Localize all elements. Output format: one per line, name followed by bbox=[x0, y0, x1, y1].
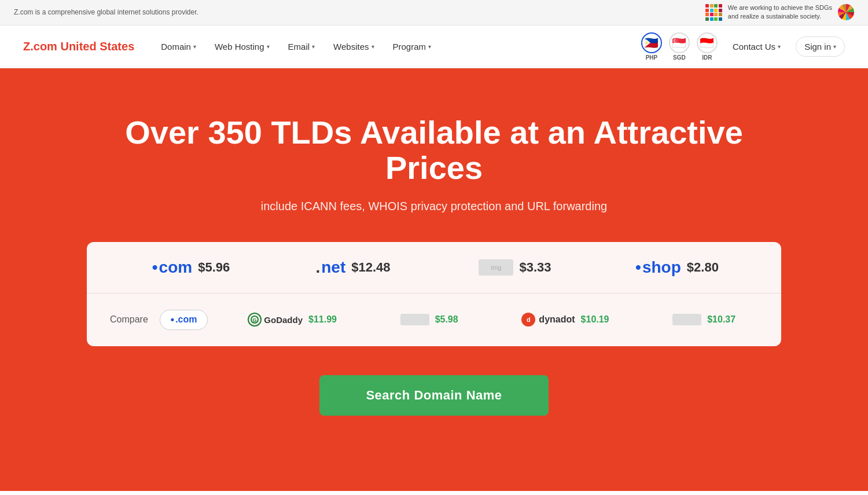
xyz-logo-text: img bbox=[491, 264, 502, 271]
compare-label: Compare bbox=[110, 314, 148, 325]
flag-ph-icon: 🇵🇭 bbox=[641, 32, 662, 53]
logo-text: Z.com United States bbox=[23, 40, 134, 53]
hero-subtitle: include ICANN fees, WHOIS privacy protec… bbox=[261, 200, 607, 213]
sdg-logo-icon bbox=[838, 4, 854, 20]
signin-label: Sign in bbox=[804, 42, 831, 52]
tld-net-item: . net $12.48 bbox=[272, 258, 434, 277]
sdg-text: We are working to achieve the SDGsand re… bbox=[728, 3, 832, 21]
flag-sgd-label: SGD bbox=[673, 54, 686, 61]
nav-email[interactable]: Email ▾ bbox=[280, 37, 323, 56]
nav-websites-label: Websites bbox=[333, 42, 369, 52]
dynadot-name: dynadot bbox=[539, 314, 575, 325]
tld-shop-item: • shop $2.80 bbox=[596, 258, 758, 277]
net-logo: . net bbox=[315, 258, 345, 277]
navbar: Z.com United States Domain ▾ Web Hosting… bbox=[0, 25, 868, 68]
shop-price: $2.80 bbox=[687, 260, 719, 275]
dynadot-price: $10.19 bbox=[581, 314, 609, 325]
flag-sg-icon: 🇸🇬 bbox=[669, 32, 690, 53]
tld-pricing-row: • com $5.96 . net $12.48 img $3.33 bbox=[87, 242, 781, 294]
tld-xyz-item: img $3.33 bbox=[434, 259, 596, 276]
sdg-grid-icon bbox=[705, 4, 722, 21]
flag-idr[interactable]: 🇮🇩 IDR bbox=[697, 32, 718, 61]
contact-us-label: Contact Us bbox=[733, 42, 775, 52]
nav-domain[interactable]: Domain ▾ bbox=[153, 37, 204, 56]
nav-program-chevron: ▾ bbox=[428, 43, 431, 50]
net-price: $12.48 bbox=[351, 260, 390, 275]
shop-logo: • shop bbox=[635, 258, 681, 277]
namecheap-price: $5.98 bbox=[435, 314, 458, 325]
provider-namecheap: $5.98 bbox=[400, 314, 458, 325]
nav-email-label: Email bbox=[288, 42, 310, 52]
com-price: $5.96 bbox=[198, 260, 230, 275]
nav-links: Domain ▾ Web Hosting ▾ Email ▾ Websites … bbox=[153, 37, 641, 56]
shop-dot: • bbox=[635, 258, 641, 277]
dynadot-logo: d dynadot bbox=[521, 313, 575, 327]
xyz-price: $3.33 bbox=[519, 260, 551, 275]
nav-webhosting[interactable]: Web Hosting ▾ bbox=[207, 37, 278, 56]
nav-webhosting-chevron: ▾ bbox=[267, 43, 270, 50]
signin-chevron: ▾ bbox=[833, 43, 836, 50]
svg-text:G: G bbox=[253, 317, 257, 323]
pricing-card: • com $5.96 . net $12.48 img $3.33 bbox=[87, 242, 781, 346]
godaddy-price: $11.99 bbox=[308, 314, 337, 325]
provider-godaddy: G GoDaddy $11.99 bbox=[248, 313, 337, 327]
nav-program[interactable]: Program ▾ bbox=[385, 37, 440, 56]
flag-idr-label: IDR bbox=[702, 54, 712, 61]
signin-button[interactable]: Sign in ▾ bbox=[796, 36, 845, 57]
flag-id-icon: 🇮🇩 bbox=[697, 32, 718, 53]
net-dot: . bbox=[315, 258, 320, 277]
shop-text: shop bbox=[642, 258, 681, 277]
godaddy-logo: G GoDaddy bbox=[248, 313, 303, 327]
badge-com-text: .com bbox=[175, 314, 197, 325]
nav-webhosting-label: Web Hosting bbox=[215, 42, 264, 52]
compare-tld-badge[interactable]: • .com bbox=[160, 310, 208, 330]
net-text: net bbox=[321, 258, 345, 277]
hero-section: Over 350 TLDs Available at an Attractive… bbox=[0, 68, 868, 491]
com-text: com bbox=[159, 258, 193, 277]
provider-dynadot: d dynadot $10.19 bbox=[521, 313, 609, 327]
namecheap-logo bbox=[400, 314, 429, 325]
top-bar-tagline: Z.com is a comprehensive global internet… bbox=[14, 8, 198, 16]
porkbun-price: $10.37 bbox=[707, 314, 735, 325]
nav-websites[interactable]: Websites ▾ bbox=[325, 37, 382, 56]
porkbun-logo bbox=[672, 314, 701, 325]
compare-providers: G GoDaddy $11.99 $5.98 d dynadot bbox=[225, 313, 758, 327]
nav-program-label: Program bbox=[393, 42, 426, 52]
tld-com-item: • com $5.96 bbox=[110, 258, 272, 277]
godaddy-name: GoDaddy bbox=[264, 315, 303, 325]
logo[interactable]: Z.com United States bbox=[23, 40, 134, 53]
flag-php-label: PHP bbox=[646, 54, 658, 61]
com-logo: • com bbox=[152, 258, 192, 277]
nav-websites-chevron: ▾ bbox=[372, 43, 374, 50]
flag-php[interactable]: 🇵🇭 PHP bbox=[641, 32, 662, 61]
flag-sgd[interactable]: 🇸🇬 SGD bbox=[669, 32, 690, 61]
badge-com-dot: • bbox=[171, 314, 174, 326]
com-dot: • bbox=[152, 258, 158, 277]
provider-porkbun: $10.37 bbox=[672, 314, 735, 325]
xyz-logo: img bbox=[479, 259, 513, 276]
nav-email-chevron: ▾ bbox=[312, 43, 315, 50]
contact-chevron: ▾ bbox=[778, 43, 781, 50]
nav-domain-label: Domain bbox=[161, 42, 191, 52]
nav-right: 🇵🇭 PHP 🇸🇬 SGD 🇮🇩 IDR Contact Us ▾ Sign i… bbox=[641, 32, 845, 61]
contact-us-button[interactable]: Contact Us ▾ bbox=[724, 37, 789, 56]
search-button-label: Search Domain Name bbox=[366, 388, 502, 402]
compare-row: Compare • .com G GoDaddy $11.99 bbox=[87, 294, 781, 346]
nav-domain-chevron: ▾ bbox=[193, 43, 196, 50]
godaddy-icon: G bbox=[248, 313, 262, 327]
top-bar: Z.com is a comprehensive global internet… bbox=[0, 0, 868, 25]
search-domain-button[interactable]: Search Domain Name bbox=[319, 375, 548, 416]
top-bar-right: We are working to achieve the SDGsand re… bbox=[705, 3, 854, 21]
hero-title: Over 350 TLDs Available at an Attractive… bbox=[116, 115, 752, 186]
dynadot-icon: d bbox=[521, 313, 535, 327]
